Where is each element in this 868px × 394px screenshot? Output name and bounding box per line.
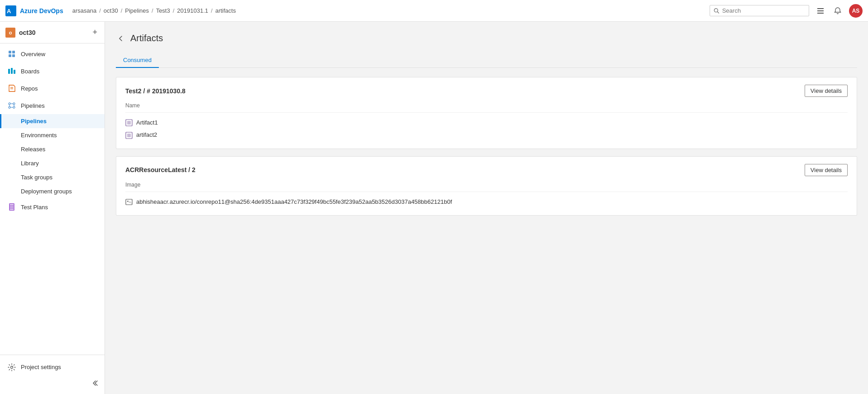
breadcrumb-sep3: / [152, 7, 153, 14]
image-icon-1 [125, 198, 133, 206]
library-label: Library [21, 160, 39, 167]
card-1-divider [125, 112, 848, 113]
artifact-2-name: artifact2 [136, 131, 157, 138]
pipelines-sub-label: Pipelines [21, 118, 47, 125]
svg-rect-34 [127, 134, 131, 137]
task-groups-label: Task groups [21, 174, 52, 181]
svg-rect-36 [127, 201, 129, 202]
artifact-item-3: abhisheaacr.azurecr.io/conrepo11@sha256:… [125, 196, 848, 208]
sidebar-item-deployment-groups[interactable]: Deployment groups [0, 184, 105, 198]
test-plans-icon [7, 202, 16, 211]
sidebar-item-boards[interactable]: Boards [0, 62, 105, 80]
sidebar-item-task-groups[interactable]: Task groups [0, 170, 105, 184]
svg-line-3 [717, 11, 719, 13]
svg-rect-32 [127, 121, 131, 125]
page-header: Artifacts [116, 33, 857, 44]
sidebar-project-header: o oct30 + [0, 22, 105, 43]
tab-consumed[interactable]: Consumed [116, 53, 159, 68]
artifact-card-2: ACRResourceLatest / 2 View details Image… [116, 156, 857, 216]
overview-icon [7, 49, 16, 58]
back-arrow-icon [117, 34, 125, 43]
repos-label: Repos [21, 85, 38, 92]
breadcrumb-sep1: / [99, 7, 101, 14]
artifact-card-1: Test2 / # 20191030.8 View details Name A… [116, 77, 857, 149]
breadcrumb-arsasana[interactable]: arsasana [72, 7, 96, 14]
sidebar-item-releases[interactable]: Releases [0, 142, 105, 156]
breadcrumb-pipelines[interactable]: Pipelines [125, 7, 149, 14]
breadcrumb-sep2: / [121, 7, 123, 14]
artifact-icon-2 [125, 131, 133, 139]
collapse-sidebar-button[interactable] [89, 378, 100, 389]
view-details-button-2[interactable]: View details [805, 164, 848, 176]
project-icon: o [5, 28, 15, 38]
svg-point-17 [13, 103, 15, 105]
svg-point-27 [10, 205, 11, 206]
svg-rect-7 [9, 51, 11, 53]
avatar[interactable]: AS [849, 4, 863, 18]
card-1-header: Test2 / # 20191030.8 View details [125, 85, 848, 97]
list-view-button[interactable] [815, 5, 826, 17]
breadcrumb-test3[interactable]: Test3 [156, 7, 170, 14]
svg-point-30 [11, 366, 13, 368]
add-project-button[interactable]: + [91, 27, 99, 38]
pipelines-parent-label: Pipelines [21, 102, 45, 109]
breadcrumb-build[interactable]: 20191031.1 [177, 7, 208, 14]
test-plans-label: Test Plans [21, 204, 48, 211]
search-icon [714, 8, 720, 14]
tabs: Consumed [116, 53, 857, 68]
logo[interactable]: A Azure DevOps [5, 5, 63, 16]
boards-label: Boards [21, 68, 39, 75]
boards-icon [7, 67, 16, 76]
main-layout: o oct30 + Overview [0, 22, 868, 394]
notifications-button[interactable] [832, 5, 844, 17]
sidebar-nav: Overview Boards [0, 43, 105, 355]
bell-icon [834, 7, 842, 15]
environments-label: Environments [21, 132, 57, 139]
card-2-label: Image [125, 182, 848, 188]
svg-text:A: A [7, 8, 11, 14]
artifact-1-name: Artifact1 [136, 119, 158, 126]
svg-point-19 [13, 106, 15, 108]
releases-label: Releases [21, 146, 45, 153]
deployment-groups-label: Deployment groups [21, 188, 72, 195]
chevron-left-icon [91, 380, 98, 387]
search-box[interactable] [710, 5, 809, 16]
sidebar-item-library[interactable]: Library [0, 156, 105, 170]
card-1-title: Test2 / # 20191030.8 [125, 87, 186, 95]
sidebar-footer: Project settings [0, 355, 105, 394]
sidebar-item-overview[interactable]: Overview [0, 45, 105, 62]
breadcrumb-artifacts[interactable]: artifacts [215, 7, 236, 14]
back-button[interactable] [116, 33, 126, 44]
search-input[interactable] [722, 7, 805, 14]
breadcrumb-sep5: / [211, 7, 213, 14]
repos-icon [7, 84, 16, 93]
project-settings-label: Project settings [21, 364, 61, 370]
topbar-actions: AS [710, 4, 863, 18]
svg-point-28 [10, 207, 11, 207]
sidebar-item-repos[interactable]: Repos [0, 80, 105, 97]
svg-point-16 [9, 103, 10, 105]
artifact-icon-1 [125, 119, 133, 126]
settings-icon [7, 363, 16, 372]
sidebar-item-project-settings[interactable]: Project settings [0, 359, 105, 376]
overview-label: Overview [21, 51, 45, 58]
svg-rect-35 [126, 199, 132, 205]
breadcrumb-oct30[interactable]: oct30 [104, 7, 118, 14]
page-title: Artifacts [130, 33, 163, 43]
svg-rect-4 [817, 8, 824, 9]
sidebar-item-test-plans[interactable]: Test Plans [0, 198, 105, 216]
artifact-item-2: artifact2 [125, 129, 848, 141]
svg-rect-12 [11, 68, 13, 74]
sidebar-item-pipelines-parent[interactable]: Pipelines [0, 97, 105, 114]
azure-devops-logo-icon: A [5, 5, 16, 16]
svg-rect-5 [817, 10, 824, 11]
svg-rect-8 [12, 51, 15, 53]
view-details-button-1[interactable]: View details [805, 85, 848, 97]
sidebar-item-pipelines[interactable]: Pipelines [0, 114, 105, 128]
sidebar-item-environments[interactable]: Environments [0, 128, 105, 142]
list-icon [816, 7, 825, 15]
breadcrumb-sep4: / [173, 7, 175, 14]
main-content: Artifacts Consumed Test2 / # 20191030.8 … [105, 22, 868, 394]
svg-rect-13 [14, 70, 15, 74]
card-2-header: ACRResourceLatest / 2 View details [125, 164, 848, 176]
